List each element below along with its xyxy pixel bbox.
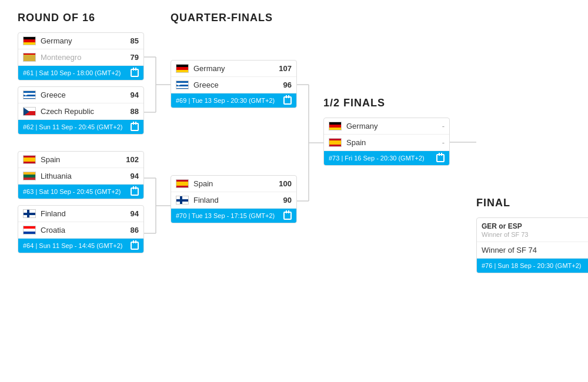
calendar-icon[interactable] xyxy=(283,212,292,220)
sf-title: 1/2 Finals xyxy=(323,97,385,109)
connector-r16-qf xyxy=(144,32,171,291)
czechrep-flag xyxy=(23,107,36,116)
team-row: Greece 96 xyxy=(171,77,296,93)
germany-flag xyxy=(176,64,189,73)
team-score: 107 xyxy=(279,64,292,73)
team-score: 100 xyxy=(279,179,292,188)
team-name: Greece xyxy=(41,91,128,99)
team-score: 94 xyxy=(131,209,139,218)
match-76: GER or ESP - Winner of SF 73 Winner of S… xyxy=(476,217,588,273)
team-row: Germany - xyxy=(324,118,449,135)
match-time: #64 | Sun 11 Sep - 14:45 (GMT+2) xyxy=(23,242,122,249)
spain-flag xyxy=(329,138,342,147)
team-score: 96 xyxy=(283,81,292,89)
match-footer[interactable]: #62 | Sun 11 Sep - 20:45 (GMT+2) xyxy=(18,120,143,134)
team-score: 88 xyxy=(131,107,139,116)
round16-title: Round of 16 xyxy=(18,12,95,24)
match-61: Germany 85 Montenegro 79 #61 | Sat 10 Se… xyxy=(18,32,144,81)
team-row: GER or ESP - Winner of SF 73 xyxy=(477,218,588,242)
team-name: Germany xyxy=(193,64,276,73)
team-score: 94 xyxy=(131,172,139,180)
match-70: Spain 100 Finland 90 #70 | Tue 13 Sep - … xyxy=(171,175,297,223)
team-score: - xyxy=(442,138,445,147)
team-score: 79 xyxy=(131,53,139,62)
team-name: GER or ESP xyxy=(482,222,588,230)
team-row: Finland 90 xyxy=(171,192,296,209)
team-name: Germany xyxy=(346,122,440,130)
team-score: 94 xyxy=(131,91,139,99)
germany-flag xyxy=(23,36,36,45)
spain-flag xyxy=(23,155,36,164)
team-name: Montenegro xyxy=(41,53,128,62)
lithuania-flag xyxy=(23,172,36,180)
team-subname: Winner of SF 73 xyxy=(482,231,528,238)
match-69: Germany 107 Greece 96 #69 | Tue 13 Sep -… xyxy=(171,60,297,108)
final-title: Final xyxy=(476,197,510,209)
match-time: #61 | Sat 10 Sep - 18:00 (GMT+2) xyxy=(23,69,121,76)
team-row: Spain 100 xyxy=(171,176,296,192)
team-row: Czech Republic 88 xyxy=(18,103,143,120)
team-name: Spain xyxy=(41,155,123,164)
match-time: #62 | Sun 11 Sep - 20:45 (GMT+2) xyxy=(23,123,122,130)
match-footer[interactable]: #61 | Sat 10 Sep - 18:00 (GMT+2) xyxy=(18,66,143,80)
match-time: #73 | Fri 16 Sep - 20:30 (GMT+2) xyxy=(329,155,425,162)
match-time: #76 | Sun 18 Sep - 20:30 (GMT+2) xyxy=(482,262,581,269)
team-name: Finland xyxy=(41,209,128,218)
team-name: Spain xyxy=(193,179,276,188)
greece-flag xyxy=(176,81,189,89)
calendar-icon[interactable] xyxy=(131,69,139,77)
team-name: Croatia xyxy=(41,226,128,234)
match-footer[interactable]: #73 | Fri 16 Sep - 20:30 (GMT+2) xyxy=(324,151,449,165)
team-score: - xyxy=(442,122,445,130)
match-footer[interactable]: #63 | Sat 10 Sep - 20:45 (GMT+2) xyxy=(18,185,143,199)
finland-flag xyxy=(23,209,36,218)
team-name: Lithuania xyxy=(41,172,128,180)
match-63: Spain 102 Lithuania 94 #63 | Sat 10 Sep … xyxy=(18,151,144,199)
match-62: Greece 94 Czech Republic 88 #62 | Sun 11… xyxy=(18,86,144,135)
team-name: Greece xyxy=(193,81,281,89)
team-row: Spain - xyxy=(324,135,449,151)
team-row: Germany 107 xyxy=(171,61,296,77)
team-score: 86 xyxy=(131,226,139,234)
team-row: Greece 94 xyxy=(18,87,143,103)
match-time: #69 | Tue 13 Sep - 20:30 (GMT+2) xyxy=(176,97,275,104)
match-footer[interactable]: #76 | Sun 18 Sep - 20:30 (GMT+2) xyxy=(477,259,588,273)
team-row: Montenegro 79 xyxy=(18,49,143,66)
match-73: Germany - Spain - #73 | Fri 16 Sep - 20:… xyxy=(323,118,450,166)
team-row: Finland 94 xyxy=(18,206,143,222)
connector-qf-sf xyxy=(297,60,323,272)
germany-flag xyxy=(329,122,342,130)
team-name: Czech Republic xyxy=(41,107,128,116)
team-row: Croatia 86 xyxy=(18,222,143,239)
greece-flag xyxy=(23,91,36,99)
calendar-icon[interactable] xyxy=(131,123,139,131)
match-footer[interactable]: #69 | Tue 13 Sep - 20:30 (GMT+2) xyxy=(171,93,296,108)
match-64: Finland 94 Croatia 86 #64 | Sun 11 Sep -… xyxy=(18,205,144,253)
calendar-icon[interactable] xyxy=(131,187,139,196)
finland-flag xyxy=(176,196,189,205)
team-row: Spain 102 xyxy=(18,152,143,168)
team-row: Winner of SF 74 - xyxy=(477,242,588,259)
calendar-icon[interactable] xyxy=(131,242,139,250)
calendar-icon[interactable] xyxy=(283,96,292,105)
team-row: Germany 85 xyxy=(18,33,143,49)
team-score: 102 xyxy=(126,155,139,164)
team-name: Winner of SF 74 xyxy=(482,246,588,254)
match-footer[interactable]: #64 | Sun 11 Sep - 14:45 (GMT+2) xyxy=(18,239,143,253)
team-name: Germany xyxy=(41,36,128,45)
connector-sf-final xyxy=(450,118,476,235)
match-time: #70 | Tue 13 Sep - 17:15 (GMT+2) xyxy=(176,212,275,219)
team-score: 85 xyxy=(131,36,139,45)
team-name: Finland xyxy=(193,196,281,205)
match-time: #63 | Sat 10 Sep - 20:45 (GMT+2) xyxy=(23,188,121,195)
montenegro-flag xyxy=(23,53,36,62)
calendar-icon[interactable] xyxy=(436,154,445,162)
croatia-flag xyxy=(23,226,36,234)
team-name: Spain xyxy=(346,138,440,147)
spain-flag xyxy=(176,179,189,188)
qf-title: Quarter-Finals xyxy=(171,12,273,24)
team-score: 90 xyxy=(283,196,292,205)
team-row: Lithuania 94 xyxy=(18,168,143,185)
match-footer[interactable]: #70 | Tue 13 Sep - 17:15 (GMT+2) xyxy=(171,209,296,223)
